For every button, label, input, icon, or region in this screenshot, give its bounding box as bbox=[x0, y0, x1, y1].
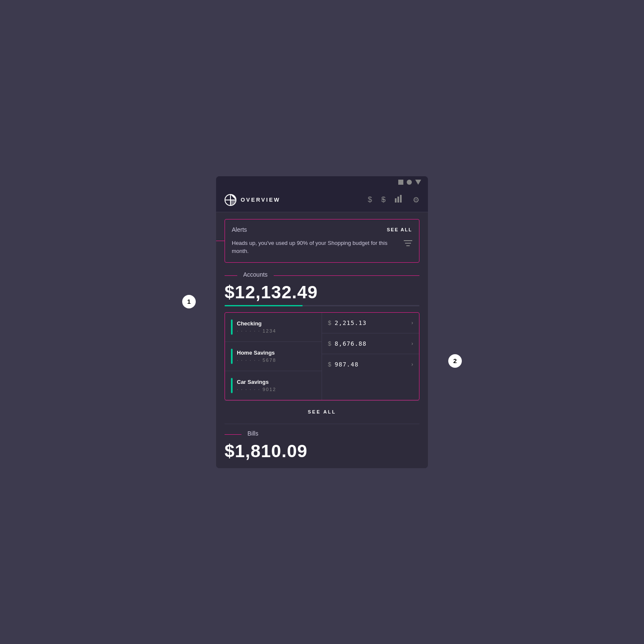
accounts-label-row: Accounts bbox=[225, 271, 419, 280]
alert-message: Heads up, you've used up 90% of your Sho… bbox=[232, 239, 400, 255]
bills-line bbox=[225, 434, 242, 435]
accounts-line-left bbox=[225, 275, 237, 276]
accounts-left-col: Checking · · · · · · 1234 Home Savings ·… bbox=[225, 313, 322, 400]
car-savings-name: Car Savings bbox=[237, 379, 276, 385]
car-savings-balance-item[interactable]: $ 987.48 › bbox=[322, 354, 419, 375]
svg-rect-3 bbox=[395, 198, 397, 203]
car-savings-info: Car Savings · · · · · · 9012 bbox=[237, 379, 276, 392]
car-savings-dollar-sign: $ bbox=[328, 361, 331, 368]
accounts-total-balance: $12,132.49 bbox=[225, 282, 419, 303]
svg-rect-4 bbox=[397, 197, 399, 203]
checking-balance-row: $ 2,215.13 bbox=[328, 319, 366, 326]
checking-number: · · · · · · 1234 bbox=[237, 328, 276, 333]
nav-bar: OVERVIEW $ $ ⚙ bbox=[216, 188, 428, 212]
filter-icon[interactable] bbox=[404, 240, 412, 248]
home-savings-name: Home Savings bbox=[237, 350, 276, 356]
status-bar bbox=[216, 176, 428, 188]
car-savings-balance: 987.48 bbox=[335, 361, 359, 368]
bills-label-row: Bills bbox=[225, 430, 419, 439]
balance-progress-bar bbox=[225, 305, 419, 306]
accounts-label: Accounts bbox=[241, 271, 270, 278]
checking-account-item[interactable]: Checking · · · · · · 1234 bbox=[225, 313, 322, 342]
annotation-2: 2 bbox=[448, 354, 462, 368]
alert-row: Heads up, you've used up 90% of your Sho… bbox=[232, 239, 412, 255]
home-savings-account-item[interactable]: Home Savings · · · · · · 5678 bbox=[225, 342, 322, 371]
bills-label: Bills bbox=[245, 430, 261, 437]
alerts-header: Alerts SEE ALL bbox=[232, 226, 412, 233]
bills-total: $1,810.09 bbox=[225, 441, 419, 461]
accounts-grid: Checking · · · · · · 1234 Home Savings ·… bbox=[225, 312, 419, 400]
nav-icons: $ $ ⚙ bbox=[368, 195, 419, 205]
logo-icon bbox=[225, 194, 236, 206]
nav-logo: OVERVIEW bbox=[225, 194, 280, 206]
car-savings-chevron-icon: › bbox=[411, 361, 413, 367]
home-savings-dollar-sign: $ bbox=[328, 340, 331, 347]
checking-balance-item[interactable]: $ 2,215.13 › bbox=[322, 313, 419, 333]
annotation-line-1 bbox=[216, 241, 225, 241]
outer-wrapper: 1 2 OVERVIEW bbox=[203, 176, 441, 468]
gear-icon[interactable]: ⚙ bbox=[413, 195, 419, 205]
bills-section: Bills $1,810.09 bbox=[225, 424, 419, 461]
home-savings-number: · · · · · · 5678 bbox=[237, 358, 276, 363]
dollar-strikethrough-icon[interactable]: $ bbox=[381, 195, 386, 204]
home-savings-balance: 8,676.88 bbox=[335, 340, 366, 347]
checking-dollar-sign: $ bbox=[328, 319, 331, 326]
alerts-label: Alerts bbox=[232, 226, 247, 233]
home-savings-chevron-icon: › bbox=[411, 341, 413, 347]
checking-indicator bbox=[231, 319, 233, 335]
car-savings-number: · · · · · · 9012 bbox=[237, 387, 276, 392]
phone-frame: OVERVIEW $ $ ⚙ bbox=[216, 176, 428, 468]
accounts-see-all-row: SEE ALL bbox=[225, 400, 419, 422]
accounts-see-all-button[interactable]: SEE ALL bbox=[308, 409, 336, 414]
accounts-line-right bbox=[274, 275, 419, 276]
alerts-see-all-button[interactable]: SEE ALL bbox=[387, 227, 412, 232]
alerts-card: Alerts SEE ALL Heads up, you've used up … bbox=[225, 219, 419, 263]
main-content: Alerts SEE ALL Heads up, you've used up … bbox=[216, 212, 428, 468]
car-savings-account-item[interactable]: Car Savings · · · · · · 9012 bbox=[225, 371, 322, 400]
status-circle-icon bbox=[407, 180, 412, 185]
status-square-icon bbox=[398, 180, 403, 185]
accounts-section: Accounts $12,132.49 bbox=[225, 271, 419, 422]
accounts-right-col: $ 2,215.13 › $ 8,676.88 bbox=[322, 313, 419, 400]
home-savings-indicator bbox=[231, 349, 233, 364]
checking-info: Checking · · · · · · 1234 bbox=[237, 320, 276, 333]
home-savings-info: Home Savings · · · · · · 5678 bbox=[237, 350, 276, 363]
nav-title: OVERVIEW bbox=[241, 197, 280, 203]
chart-icon[interactable] bbox=[395, 195, 403, 205]
car-savings-indicator bbox=[231, 378, 233, 393]
status-triangle-icon bbox=[415, 180, 421, 185]
checking-name: Checking bbox=[237, 320, 276, 327]
checking-chevron-icon: › bbox=[411, 320, 413, 326]
car-savings-balance-row: $ 987.48 bbox=[328, 361, 358, 368]
checking-balance: 2,215.13 bbox=[335, 319, 366, 326]
dollar-icon[interactable]: $ bbox=[368, 195, 372, 204]
annotation-1: 1 bbox=[182, 295, 196, 308]
svg-rect-5 bbox=[400, 195, 402, 203]
home-savings-balance-item[interactable]: $ 8,676.88 › bbox=[322, 333, 419, 354]
home-savings-balance-row: $ 8,676.88 bbox=[328, 340, 366, 347]
